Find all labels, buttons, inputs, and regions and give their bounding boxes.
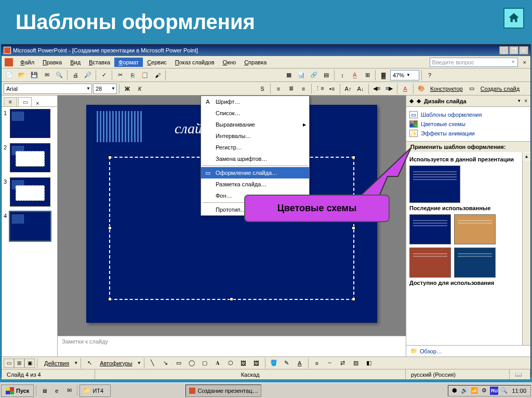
hyperlink-icon[interactable]: 🔗	[308, 70, 320, 81]
constructor-button[interactable]: Конструктор	[428, 86, 465, 92]
chart-icon[interactable]: 📊	[296, 70, 307, 81]
ql-outlook-icon[interactable]: ✉	[63, 385, 75, 396]
menu-slideshow[interactable]: Показ слайдов	[171, 58, 219, 67]
show-format-icon[interactable]: A̲	[349, 70, 361, 81]
line-color-icon[interactable]: ✎	[281, 358, 292, 369]
wordart-icon[interactable]: 𝐀	[212, 358, 223, 369]
menu-insert[interactable]: Вставка	[85, 58, 114, 67]
actions-menu[interactable]: Действия	[41, 360, 72, 366]
textbox-icon[interactable]: ▢	[199, 358, 210, 369]
tp-back-icon[interactable]: ◆	[409, 98, 414, 104]
design-thumb[interactable]	[409, 214, 451, 244]
design-thumb-current[interactable]	[409, 166, 460, 203]
app-menu-icon[interactable]	[5, 58, 13, 66]
slide-thumb-2[interactable]	[10, 143, 50, 172]
shadow-icon[interactable]: S	[257, 83, 268, 94]
notes-area[interactable]: Заметки к слайду	[58, 336, 406, 356]
mi-slide-design[interactable]: ▭Оформление слайда…	[201, 167, 309, 179]
mi-slide-layout[interactable]: Разметка слайда…	[201, 179, 309, 190]
tp-link-anim[interactable]: ✨Эффекты анимации	[409, 129, 527, 138]
mi-align[interactable]: Выравнивание	[201, 119, 309, 130]
design-thumb[interactable]	[454, 214, 496, 244]
sorter-view-btn[interactable]: ⊞	[14, 359, 24, 368]
dash-style-icon[interactable]: ┄	[324, 358, 336, 369]
decrease-font-icon[interactable]: A↓	[355, 83, 366, 94]
outline-tab[interactable]: ≡	[4, 97, 17, 106]
format-painter-icon[interactable]: 🖌	[152, 70, 163, 81]
open-icon[interactable]: 📂	[16, 70, 28, 81]
3d-style-icon[interactable]: ◧	[363, 358, 375, 369]
font-color2-icon[interactable]: A	[294, 358, 305, 369]
line-icon[interactable]: ╲	[147, 358, 158, 369]
align-left-icon[interactable]: ≡	[273, 83, 284, 94]
color-icon[interactable]: ▓	[378, 70, 389, 81]
new-icon[interactable]: 📄	[4, 70, 15, 81]
tp-forward-icon[interactable]: ◆	[417, 98, 421, 104]
slide-thumb-1[interactable]	[10, 109, 50, 138]
new-slide-icon[interactable]: ▭	[466, 83, 477, 94]
shadow-style-icon[interactable]: ▨	[350, 358, 362, 369]
diagram-icon[interactable]: ⬡	[225, 358, 236, 369]
status-spell-icon[interactable]: 📖	[510, 369, 530, 379]
tray-icon[interactable]: ⚙	[480, 387, 488, 395]
bullets-icon[interactable]: •≡	[326, 83, 338, 94]
spell-icon[interactable]: ✓	[98, 70, 110, 81]
new-slide-button[interactable]: Создать слайд	[478, 86, 522, 92]
taskbar-folder[interactable]: 📁 ИТ4	[79, 385, 111, 397]
tp-dropdown-icon[interactable]: ▼	[517, 99, 521, 103]
menu-tools[interactable]: Сервис	[143, 58, 171, 67]
slideshow-view-btn[interactable]: ▣	[24, 359, 35, 368]
align-center-icon[interactable]: ≣	[285, 83, 297, 94]
copy-icon[interactable]: ⎘	[127, 70, 138, 81]
design-icon[interactable]: 🎨	[416, 83, 427, 94]
tray-lang[interactable]: RU	[490, 387, 498, 395]
grid-icon[interactable]: ⊞	[362, 70, 373, 81]
slide-thumb-3[interactable]	[10, 177, 50, 207]
design-thumb[interactable]	[454, 248, 496, 278]
design-thumb[interactable]	[409, 248, 451, 278]
save-icon[interactable]: 💾	[29, 70, 40, 81]
mi-font[interactable]: AШрифт…	[201, 96, 309, 107]
arrow-icon[interactable]: ↘	[160, 358, 171, 369]
table-icon[interactable]: ▦	[283, 70, 295, 81]
mi-list[interactable]: Список…	[201, 107, 309, 119]
align-right-icon[interactable]: ≡	[298, 83, 309, 94]
menu-file[interactable]: Файл	[16, 58, 38, 67]
tp-link-colors[interactable]: Цветовые схемы	[409, 119, 527, 129]
mi-register[interactable]: Регистр…	[201, 142, 309, 153]
help-search-box[interactable]: Введите вопрос ▼	[430, 58, 518, 67]
mi-spacing[interactable]: Интервалы…	[201, 130, 309, 142]
menu-close-btn[interactable]: ×	[521, 58, 528, 66]
slides-tab[interactable]: ▭	[18, 97, 32, 106]
panel-close-btn[interactable]: ×	[36, 100, 39, 106]
close-button[interactable]: ×	[519, 46, 528, 54]
tp-scrollbar[interactable]: ▲	[522, 152, 530, 345]
scroll-up-icon[interactable]: ▲	[523, 152, 530, 160]
decrease-indent-icon[interactable]: ◀≡	[371, 83, 382, 94]
size-combo[interactable]: 28▼	[93, 84, 117, 94]
tray-icon[interactable]: 🔍	[500, 387, 508, 395]
rect-icon[interactable]: ▭	[173, 358, 184, 369]
help-icon[interactable]: ?	[424, 70, 435, 81]
tray-icon[interactable]: 🔊	[460, 387, 469, 395]
arrow-style-icon[interactable]: ⇄	[337, 358, 349, 369]
fill-color-icon[interactable]: 🪣	[268, 358, 280, 369]
slide-thumb-4[interactable]	[10, 212, 50, 241]
taskbar-powerpoint[interactable]: Создание презентац…	[185, 385, 261, 397]
menu-view[interactable]: Вид	[66, 58, 85, 67]
line-style-icon[interactable]: ≡	[311, 358, 323, 369]
tp-link-templates[interactable]: ▭Шаблоны оформления	[409, 110, 527, 119]
menu-help[interactable]: Справка	[240, 58, 271, 67]
tray-icon[interactable]: ⬢	[450, 387, 459, 395]
tp-browse-link[interactable]: 📁 Обзор…	[406, 345, 530, 356]
expand-icon[interactable]: ↕	[337, 70, 348, 81]
menu-format[interactable]: Формат	[114, 58, 143, 67]
clipart-icon[interactable]: 🖼	[238, 358, 249, 369]
italic-icon[interactable]: К	[134, 83, 145, 94]
autoshapes-menu[interactable]: Автофигуры	[97, 360, 136, 366]
numbering-icon[interactable]: ⋮≡	[314, 83, 325, 94]
paste-icon[interactable]: 📋	[139, 70, 151, 81]
restore-button[interactable]: ❐	[509, 46, 518, 54]
cut-icon[interactable]: ✂	[114, 70, 126, 81]
tables-borders-icon[interactable]: ▤	[321, 70, 332, 81]
